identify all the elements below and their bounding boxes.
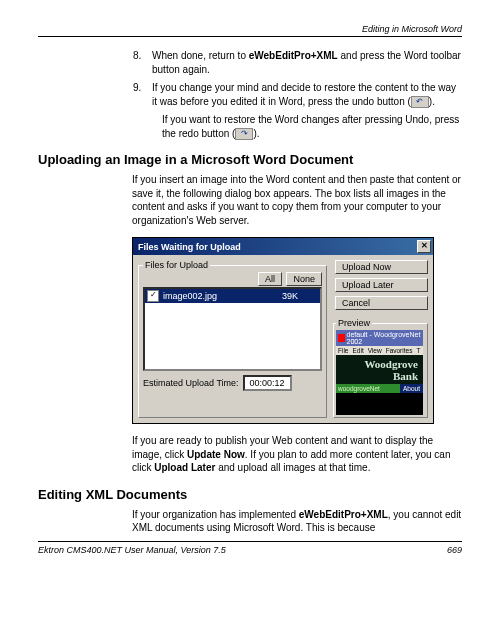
files-legend: Files for Upload <box>143 260 210 270</box>
preview-legend: Preview <box>336 318 372 328</box>
none-button[interactable]: None <box>286 272 322 286</box>
numbered-list: When done, return to eWebEditPro+XML and… <box>144 49 462 108</box>
upload-now-button[interactable]: Upload Now <box>335 260 428 274</box>
ie-icon <box>338 334 345 342</box>
redo-icon: ↷ <box>235 128 253 140</box>
running-header: Editing in Microsoft Word <box>38 24 462 34</box>
upload-later-button[interactable]: Upload Later <box>335 278 428 292</box>
upload-time-label: Estimated Upload Time: <box>143 378 239 388</box>
list-item-8: When done, return to eWebEditPro+XML and… <box>144 49 462 76</box>
redo-text-a: If you want to restore the Word changes … <box>162 114 459 139</box>
redo-text-b: ). <box>253 128 259 139</box>
preview-group: Preview default - WoodgroveNet 2002 File… <box>333 318 428 418</box>
close-icon[interactable]: ✕ <box>417 240 431 253</box>
preview-menubar: File Edit View Favorites T <box>336 346 423 355</box>
file-size: 39K <box>282 291 318 301</box>
preview-window-title: default - WoodgroveNet 2002 <box>336 330 423 346</box>
all-button[interactable]: All <box>258 272 282 286</box>
dialog-screenshot: Files Waiting for Upload ✕ Files for Upl… <box>132 237 462 424</box>
section-editing-xml-heading: Editing XML Documents <box>38 487 462 502</box>
section-uploading-heading: Uploading an Image in a Microsoft Word D… <box>38 152 462 167</box>
files-for-upload-group: Files for Upload All None ✓ image002.jpg… <box>138 260 327 418</box>
file-list[interactable]: ✓ image002.jpg 39K <box>143 287 322 371</box>
list-item-9-text-b: ). <box>429 96 435 107</box>
preview-image: default - WoodgroveNet 2002 File Edit Vi… <box>336 330 423 415</box>
section-editing-xml-para: If your organization has implemented eWe… <box>132 508 462 535</box>
list-item-9-followup: If you want to restore the Word changes … <box>162 113 462 140</box>
cancel-button[interactable]: Cancel <box>335 296 428 310</box>
section-uploading-para: If you insert an image into the Word con… <box>132 173 462 227</box>
page-number: 669 <box>447 545 462 555</box>
footer-rule <box>38 541 462 542</box>
list-item-9: If you change your mind and decide to re… <box>144 81 462 108</box>
checkbox-icon[interactable]: ✓ <box>147 290 159 302</box>
preview-banner: Woodgrove Bank <box>336 355 423 384</box>
dialog-titlebar: Files Waiting for Upload ✕ <box>133 238 433 255</box>
footer-manual-title: Ektron CMS400.NET User Manual, Version 7… <box>38 545 226 555</box>
upload-time-value: 00:00:12 <box>243 375 292 391</box>
dialog-title: Files Waiting for Upload <box>138 242 241 252</box>
header-rule <box>38 36 462 37</box>
section-uploading-after: If you are ready to publish your Web con… <box>132 434 462 475</box>
undo-icon: ↶ <box>411 96 429 108</box>
list-item-8-text: When done, return to eWebEditPro+XML and… <box>152 50 461 75</box>
file-name: image002.jpg <box>163 291 217 301</box>
upload-time-row: Estimated Upload Time: 00:00:12 <box>143 375 322 391</box>
preview-nav: woodgroveNet About <box>336 384 423 393</box>
file-row[interactable]: ✓ image002.jpg 39K <box>145 289 320 303</box>
